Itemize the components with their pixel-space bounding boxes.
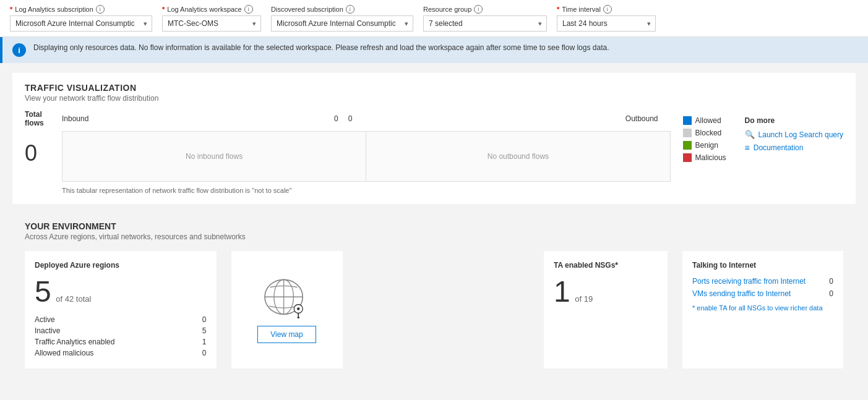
traffic-visualization-section: TRAFFIC VISUALIZATION View your network … — [12, 73, 856, 204]
legend-label-benign: Benign — [695, 141, 718, 150]
resource-group-wrapper: 7 selected — [423, 15, 547, 32]
deployed-regions-big-number: 5 — [35, 275, 51, 308]
scale-note: This tabular representation of network t… — [62, 187, 671, 194]
time-interval-select[interactable]: Last 24 hours — [557, 15, 656, 32]
legend-item-malicious: Malicious — [683, 153, 726, 162]
info-icon-subscription[interactable]: i — [96, 5, 105, 14]
time-interval-wrapper: Last 24 hours — [557, 15, 656, 32]
info-icon-discovered[interactable]: i — [346, 5, 355, 14]
map-card: View map — [231, 251, 343, 368]
enable-ta-link[interactable]: * enable TA for all NSGs to view richer … — [692, 304, 833, 312]
ta-enabled-nsgs-big-number: 1 — [554, 275, 570, 308]
stat-active: Active 0 — [35, 314, 207, 325]
stat-ta-enabled: Traffic Analytics enabled 1 — [35, 336, 207, 347]
traffic-subtitle: View your network traffic flow distribut… — [25, 94, 843, 103]
ports-receiving-link[interactable]: Ports receiving traffic from Internet — [692, 277, 806, 286]
legend-color-blocked — [683, 129, 692, 137]
legend-label-blocked: Blocked — [695, 129, 722, 137]
deployed-regions-card: Deployed Azure regions 5 of 42 total Act… — [25, 251, 217, 368]
log-analytics-workspace-wrapper: MTC-Sec-OMS — [162, 15, 261, 32]
env-spacer — [358, 251, 530, 368]
env-subtitle: Across Azure regions, virtual networks, … — [25, 232, 843, 241]
discovered-subscription-label: Discovered subscription i — [271, 5, 413, 14]
required-star-3: * — [557, 6, 559, 13]
label-text-2: Log Analytics workspace — [167, 6, 241, 13]
vms-sending-count: 0 — [829, 289, 833, 298]
no-outbound-text: No outbound flows — [488, 152, 549, 161]
legend-item-benign: Benign — [683, 141, 726, 150]
label-text-3: Discovered subscription — [271, 6, 343, 13]
no-inbound-text: No inbound flows — [186, 152, 243, 161]
view-map-button[interactable]: View map — [257, 326, 316, 343]
log-analytics-workspace-group: * Log Analytics workspace i MTC-Sec-OMS — [162, 5, 261, 32]
ta-enabled-nsgs-card: TA enabled NSGs* 1 of 19 — [544, 251, 668, 368]
inbound-label: Inbound — [62, 114, 334, 123]
env-grid: Deployed Azure regions 5 of 42 total Act… — [25, 251, 843, 368]
filter-bar: * Log Analytics subscription i Microsoft… — [0, 0, 868, 37]
info-icon-workspace[interactable]: i — [244, 5, 253, 14]
inbound-flow-box: No inbound flows — [62, 132, 366, 181]
log-analytics-subscription-group: * Log Analytics subscription i Microsoft… — [10, 5, 152, 32]
label-text-5: Time interval — [562, 6, 601, 13]
map-placeholder: View map — [257, 273, 316, 347]
discovered-subscription-group: Discovered subscription i Microsoft Azur… — [271, 5, 413, 32]
total-count: 0 — [25, 131, 62, 166]
legend-label-malicious: Malicious — [695, 153, 726, 162]
inbound-count: 0 — [334, 114, 338, 123]
resource-group-group: Resource group i 7 selected — [423, 5, 547, 32]
discovered-subscription-wrapper: Microsoft Azure Internal Consumption — [271, 15, 413, 32]
required-star: * — [10, 6, 12, 13]
stat-allowed-malicious: Allowed malicious 0 — [35, 347, 207, 359]
outbound-flow-box: No outbound flows — [366, 132, 669, 181]
discovered-subscription-select[interactable]: Microsoft Azure Internal Consumption — [271, 15, 413, 32]
outbound-label: Outbound — [625, 114, 658, 123]
required-star-2: * — [162, 6, 165, 13]
ports-receiving-count: 0 — [829, 277, 833, 286]
map-icon — [259, 276, 314, 320]
stat-inactive: Inactive 5 — [35, 325, 207, 336]
documentation-link[interactable]: ≡ Documentation — [745, 143, 843, 153]
env-title: YOUR ENVIRONMENT — [25, 221, 843, 231]
label-text-4: Resource group — [423, 6, 471, 13]
legend-color-malicious — [683, 153, 692, 162]
resource-group-label: Resource group i — [423, 5, 547, 14]
traffic-title: TRAFFIC VISUALIZATION — [25, 83, 843, 93]
your-environment-section: YOUR ENVIRONMENT Across Azure regions, v… — [12, 211, 856, 378]
main-content: TRAFFIC VISUALIZATION View your network … — [0, 63, 868, 388]
log-analytics-subscription-select[interactable]: Microsoft Azure Internal Consumption — [10, 15, 152, 32]
info-icon-time[interactable]: i — [603, 5, 612, 14]
info-banner: i Displaying only resources data. No flo… — [0, 37, 868, 63]
vms-sending-link[interactable]: VMs sending traffic to Internet — [692, 289, 791, 298]
deployed-regions-title: Deployed Azure regions — [35, 261, 207, 270]
label-text: Log Analytics subscription — [15, 6, 93, 13]
talking-to-internet-card: Talking to Internet Ports receiving traf… — [682, 251, 843, 368]
legend-label-allowed: Allowed — [695, 116, 721, 125]
log-analytics-workspace-select[interactable]: MTC-Sec-OMS — [162, 15, 261, 32]
ta-enabled-nsgs-title: TA enabled NSGs* — [554, 261, 658, 270]
launch-log-search-label: Launch Log Search query — [758, 130, 843, 139]
vms-sending-row: VMs sending traffic to Internet 0 — [692, 289, 833, 298]
legend-item-blocked: Blocked — [683, 129, 726, 137]
info-icon-resource[interactable]: i — [474, 5, 483, 14]
info-banner-icon: i — [12, 43, 26, 57]
svg-point-5 — [298, 307, 300, 310]
legend-item-allowed: Allowed — [683, 116, 726, 125]
legend-color-benign — [683, 141, 692, 150]
do-more-title: Do more — [745, 116, 843, 125]
ta-enabled-nsgs-of-total: of 19 — [575, 294, 593, 304]
talking-to-internet-title: Talking to Internet — [692, 261, 833, 270]
time-interval-label: * Time interval i — [557, 5, 656, 14]
log-analytics-subscription-wrapper: Microsoft Azure Internal Consumption — [10, 15, 152, 32]
ports-receiving-label: Ports receiving traffic from Internet — [692, 277, 806, 286]
launch-log-search-link[interactable]: 🔍 Launch Log Search query — [745, 130, 843, 139]
time-interval-group: * Time interval i Last 24 hours — [557, 5, 656, 32]
log-analytics-subscription-label: * Log Analytics subscription i — [10, 5, 152, 14]
documentation-label: Documentation — [754, 143, 804, 152]
svg-point-7 — [298, 317, 300, 319]
vms-sending-label: VMs sending traffic to Internet — [692, 289, 791, 298]
deployed-regions-stats: Active 0 Inactive 5 Traffic Analytics en… — [35, 314, 207, 359]
resource-group-select[interactable]: 7 selected — [423, 15, 547, 32]
log-analytics-workspace-label: * Log Analytics workspace i — [162, 5, 261, 14]
total-flows-label: Total flows — [25, 110, 62, 127]
legend: Allowed Blocked Benign Malicious — [683, 110, 726, 162]
